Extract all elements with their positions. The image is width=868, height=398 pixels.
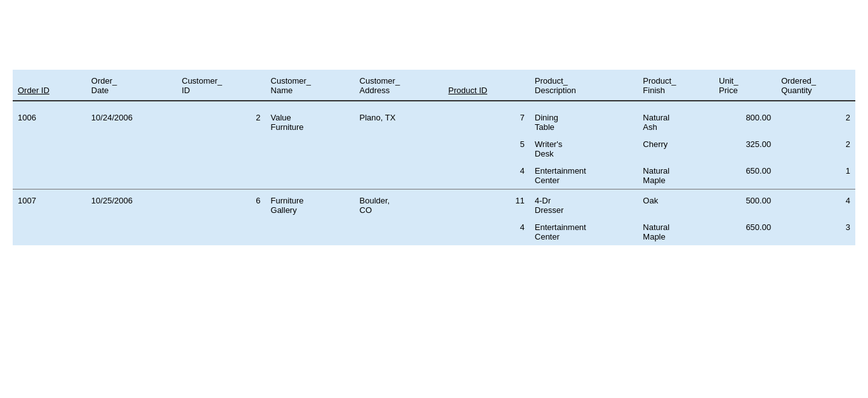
table-cell: FurnitureGallery [266,192,355,219]
table-cell: 2 [776,109,855,136]
table-cell [13,136,86,162]
col-customer-address: Customer_Address [355,70,444,101]
table-row: 4EntertainmentCenterNaturalMaple650.001 [13,162,855,189]
col-order-id: Order ID [13,70,86,101]
table-cell: 4 [444,219,530,245]
table-cell: 3 [776,219,855,245]
col-unit-price: Unit_Price [714,70,776,101]
table-cell [177,162,266,189]
col-customer-id: Customer_ID [177,70,266,101]
table-row: 100610/24/20062ValueFurniturePlano, TX7D… [13,109,855,136]
table-cell [355,162,444,189]
table-cell: 650.00 [714,162,776,189]
table-header-row: Order ID Order_Date Customer_ID Customer… [13,70,855,101]
table-cell: 5 [444,136,530,162]
table-cell: 800.00 [714,109,776,136]
table-cell [86,162,177,189]
table-row: 5Writer'sDeskCherry325.002 [13,136,855,162]
table-cell: 1007 [13,192,86,219]
table-cell [177,136,266,162]
table-cell [177,219,266,245]
table-cell: Plano, TX [355,109,444,136]
table-cell [86,136,177,162]
table-cell: 500.00 [714,192,776,219]
table-cell: 10/25/2006 [86,192,177,219]
col-order-date: Order_Date [86,70,177,101]
col-product-id: Product ID [444,70,530,101]
table-cell: EntertainmentCenter [530,219,638,245]
table-cell: 650.00 [714,219,776,245]
table-cell: 2 [177,109,266,136]
table-cell: Oak [638,192,714,219]
table-cell: 10/24/2006 [86,109,177,136]
table-cell [13,162,86,189]
table-cell: 4 [776,192,855,219]
table-cell: 1 [776,162,855,189]
table-cell [13,219,86,245]
table-cell: 7 [444,109,530,136]
page-wrapper: Order ID Order_Date Customer_ID Customer… [13,70,855,245]
table-container: Order ID Order_Date Customer_ID Customer… [13,70,855,245]
table-cell: 1006 [13,109,86,136]
table-cell: 4 [444,162,530,189]
invoice-table: Order ID Order_Date Customer_ID Customer… [13,70,855,245]
col-customer-name: Customer_Name [266,70,355,101]
table-cell [86,219,177,245]
table-cell: 11 [444,192,530,219]
table-cell: NaturalAsh [638,109,714,136]
table-cell: DiningTable [530,109,638,136]
table-cell [266,162,355,189]
col-product-description: Product_Description [530,70,638,101]
table-cell [266,219,355,245]
table-cell: 6 [177,192,266,219]
table-row: 100710/25/20066FurnitureGalleryBoulder,C… [13,192,855,219]
table-cell: Boulder,CO [355,192,444,219]
col-product-finish: Product_Finish [638,70,714,101]
table-cell [355,136,444,162]
table-cell: NaturalMaple [638,219,714,245]
table-cell: 4-DrDresser [530,192,638,219]
table-cell: 325.00 [714,136,776,162]
table-cell: Writer'sDesk [530,136,638,162]
table-cell: EntertainmentCenter [530,162,638,189]
table-cell: Cherry [638,136,714,162]
table-cell [266,136,355,162]
table-cell: ValueFurniture [266,109,355,136]
table-cell: NaturalMaple [638,162,714,189]
table-cell: 2 [776,136,855,162]
table-cell [355,219,444,245]
col-ordered-quantity: Ordered_Quantity [776,70,855,101]
table-row: 4EntertainmentCenterNaturalMaple650.003 [13,219,855,245]
